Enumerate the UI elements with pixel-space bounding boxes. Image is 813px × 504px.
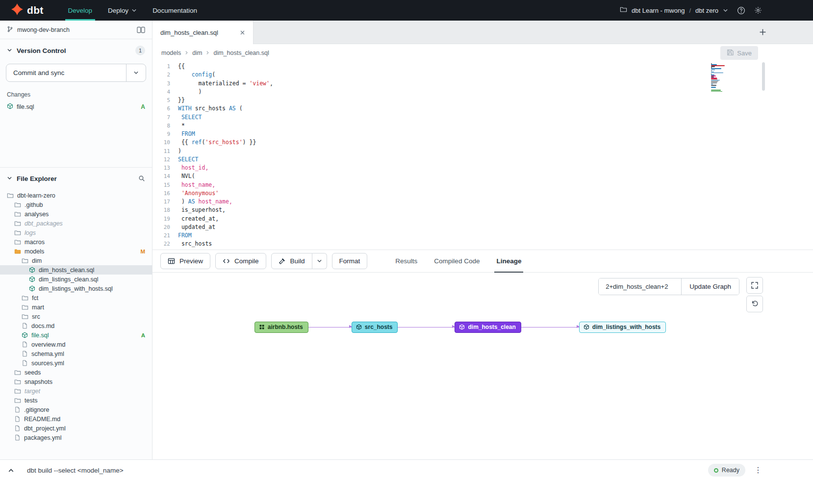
code-text: updated_at [178, 223, 215, 231]
save-button[interactable]: Save [720, 46, 758, 60]
file-name: mart [32, 304, 44, 311]
code-editor[interactable]: 1{{2 config(3 materialized = 'view',4 )5… [152, 61, 813, 250]
file-tree-item-dbt-project-yml[interactable]: dbt_project.yml [0, 424, 152, 433]
file-icon [14, 406, 21, 413]
nav-documentation[interactable]: Documentation [145, 0, 205, 21]
minimap[interactable] [711, 63, 726, 93]
code-line[interactable]: 23 [152, 249, 813, 250]
fullscreen-icon[interactable] [746, 277, 763, 294]
button-preview[interactable]: Preview [160, 253, 210, 269]
version-control-header[interactable]: Version Control 1 [0, 39, 152, 60]
file-explorer-section: File Explorer dbt-learn-zero.githubanaly… [0, 167, 152, 459]
panel-tab-compiled-code[interactable]: Compiled Code [426, 250, 488, 272]
kebab-menu-icon[interactable]: ⋮ [754, 466, 762, 474]
dbt-logo[interactable]: dbt [11, 3, 44, 18]
code-line[interactable]: 13 host_id, [152, 164, 813, 172]
lineage-node-dim-listings-with-hosts[interactable]: dim_listings_with_hosts [579, 322, 666, 333]
file-tree-item-dim-hosts-clean-sql[interactable]: dim_hosts_clean.sql [0, 265, 152, 275]
lineage-node-airbnb-hosts[interactable]: airbnb.hosts [254, 322, 308, 333]
file-tree-item-macros[interactable]: macros [0, 237, 152, 247]
code-line[interactable]: 14 NVL( [152, 172, 813, 180]
toggle-panels-icon[interactable] [137, 26, 145, 33]
file-tree-item-seeds[interactable]: seeds [0, 368, 152, 377]
help-icon[interactable] [737, 6, 745, 15]
panel-tab-lineage[interactable]: Lineage [488, 250, 530, 272]
file-tree-item-analyses[interactable]: analyses [0, 209, 152, 219]
code-line[interactable]: 19 created_at, [152, 215, 813, 223]
file-tree-item-target[interactable]: target [0, 386, 152, 396]
tab-title: dim_hosts_clean.sql [160, 29, 218, 36]
file-explorer-header[interactable]: File Explorer [0, 168, 152, 188]
commit-and-sync-button[interactable]: Commit and sync [6, 64, 126, 81]
folder-icon [22, 313, 28, 320]
search-icon[interactable] [138, 175, 145, 182]
breadcrumb-item-dim-hosts-clean-sql[interactable]: dim_hosts_clean.sql [213, 50, 269, 56]
file-tree-item-tests[interactable]: tests [0, 396, 152, 405]
reset-view-icon[interactable] [746, 296, 763, 312]
file-tree-item-gitignore[interactable]: .gitignore [0, 405, 152, 414]
breadcrumb-item-dim[interactable]: dim [192, 50, 202, 56]
code-line[interactable]: 18 is_superhost, [152, 206, 813, 214]
code-line[interactable]: 8 * [152, 122, 813, 130]
code-line[interactable]: 6WITH src_hosts AS ( [152, 104, 813, 113]
code-line[interactable]: 7 SELECT [152, 113, 813, 122]
file-tree-item-docs-md[interactable]: docs.md [0, 321, 152, 330]
code-line[interactable]: 22 src_hosts [152, 240, 813, 248]
file-tree-item-models[interactable]: modelsM [0, 247, 152, 256]
file-tree-item-file-sql[interactable]: file.sqlA [0, 330, 152, 340]
file-tree-item-fct[interactable]: fct [0, 293, 152, 302]
file-tree-item-overview-md[interactable]: overview.md [0, 340, 152, 349]
new-tab-button[interactable] [751, 21, 774, 44]
build-dropdown-button[interactable] [312, 253, 327, 269]
breadcrumb-item-models[interactable]: models [161, 50, 181, 56]
file-tree-item-sources-yml[interactable]: sources.yml [0, 358, 152, 368]
tab-dim-hosts-clean-sql[interactable]: dim_hosts_clean.sql [152, 21, 254, 44]
expand-console-icon[interactable] [8, 467, 14, 474]
code-line[interactable]: 9 FROM [152, 130, 813, 138]
lineage-node-dim-hosts-clean[interactable]: dim_hosts_clean [455, 322, 521, 333]
code-line[interactable]: 15 host_name, [152, 181, 813, 189]
code-line[interactable]: 20 updated_at [152, 223, 813, 231]
file-tree-item-logs[interactable]: logs [0, 228, 152, 237]
update-graph-button[interactable]: Update Graph [681, 278, 739, 295]
file-tree-item-github[interactable]: .github [0, 200, 152, 209]
panel-tab-results[interactable]: Results [387, 250, 426, 272]
topbar: dbt DevelopDeployDocumentation dbt Learn… [0, 0, 813, 21]
commit-dropdown-button[interactable] [126, 64, 146, 81]
nav-deploy[interactable]: Deploy [100, 0, 145, 21]
code-line[interactable]: 21FROM [152, 231, 813, 240]
project-switcher[interactable]: dbt Learn - mwong / dbt zero [620, 6, 728, 15]
editor-scrollbar[interactable] [762, 62, 765, 91]
close-tab-icon[interactable] [240, 30, 245, 35]
lineage-selector-input[interactable] [599, 278, 681, 295]
nav-develop[interactable]: Develop [60, 0, 101, 21]
code-line[interactable]: 12SELECT [152, 155, 813, 164]
file-tree-item-packages-yml[interactable]: packages.yml [0, 433, 152, 442]
code-line[interactable]: 16 'Anonymous' [152, 189, 813, 198]
file-name: .github [25, 202, 43, 208]
file-tree-item-readme-md[interactable]: README.md [0, 414, 152, 424]
line-number: 3 [152, 79, 178, 88]
button-format[interactable]: Format [332, 253, 368, 269]
git-branch-row[interactable]: mwong-dev-branch [0, 21, 152, 39]
file-tree-item-dbt-packages[interactable]: dbt_packages [0, 219, 152, 228]
code-line[interactable]: 11) [152, 147, 813, 155]
code-line[interactable]: 5}} [152, 96, 813, 104]
command-input[interactable]: dbt build --select <model_name> [27, 467, 124, 474]
changed-file[interactable]: file.sqlA [0, 101, 152, 112]
button-build[interactable]: Build [271, 253, 312, 269]
file-tree-item-snapshots[interactable]: snapshots [0, 377, 152, 386]
settings-gear-icon[interactable] [754, 6, 762, 14]
code-line[interactable]: 10 {{ ref('src_hosts') }} [152, 138, 813, 147]
file-tree-item-dim-listings-with-hosts-sql[interactable]: dim_listings_with_hosts.sql [0, 284, 152, 293]
code-line[interactable]: 17 ) AS host_name, [152, 198, 813, 206]
button-compile[interactable]: Compile [215, 253, 266, 269]
file-tree-item-mart[interactable]: mart [0, 302, 152, 312]
lineage-node-src-hosts[interactable]: src_hosts [352, 322, 398, 333]
file-tree-item-schema-yml[interactable]: schema.yml [0, 349, 152, 358]
file-tree-item-src[interactable]: src [0, 312, 152, 321]
file-tree-item-dbt-learn-zero[interactable]: dbt-learn-zero [0, 191, 152, 200]
file-tree-item-dim-listings-clean-sql[interactable]: dim_listings_clean.sql [0, 275, 152, 284]
file-tree-item-dim[interactable]: dim [0, 256, 152, 265]
changed-file-name: file.sql [17, 103, 34, 110]
